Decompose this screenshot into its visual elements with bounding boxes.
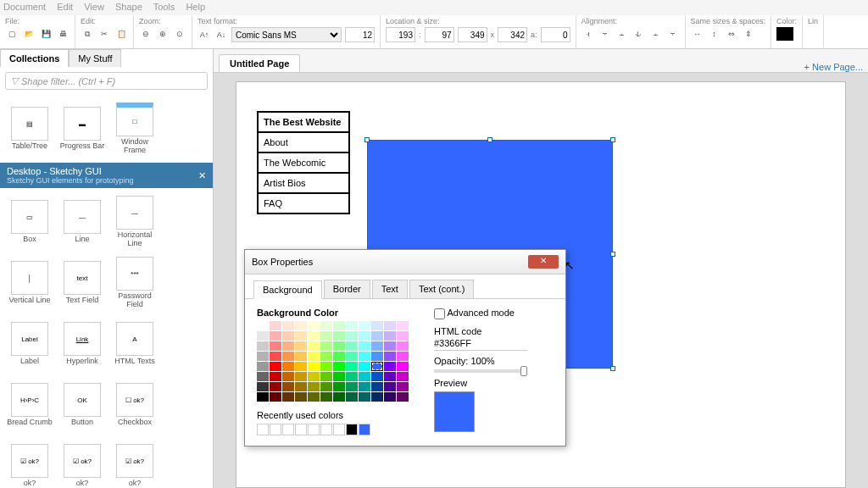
shape-button[interactable]: OKButton — [58, 376, 107, 434]
palette-color[interactable] — [270, 382, 281, 391]
shape-line[interactable]: —Line — [58, 193, 107, 251]
shape-ok?[interactable]: ☑ ok?ok? — [5, 437, 54, 488]
menu-shape[interactable]: Shape — [115, 2, 142, 12]
collection-header[interactable]: Desktop - Sketchy GUI Sketchy GUI elemen… — [0, 163, 213, 188]
palette-color[interactable] — [308, 352, 320, 361]
palette-color[interactable] — [295, 341, 307, 351]
font-size-input[interactable] — [345, 27, 375, 42]
dialog-titlebar[interactable]: Box Properties ✕ — [245, 250, 565, 274]
tab-text-cont[interactable]: Text (cont.) — [409, 280, 474, 298]
palette-color[interactable] — [308, 341, 320, 351]
palette-color[interactable] — [359, 362, 370, 371]
palette-color[interactable] — [333, 372, 345, 381]
palette-color[interactable] — [333, 382, 345, 391]
loc-y-input[interactable] — [425, 27, 454, 42]
palette-color[interactable] — [282, 352, 294, 361]
tab-my-stuff[interactable]: My Stuff — [69, 49, 121, 67]
shape-label[interactable]: LabelLabel — [5, 315, 54, 373]
print-icon[interactable]: 🖶 — [56, 27, 70, 41]
palette-color[interactable] — [295, 321, 307, 330]
palette-color[interactable] — [359, 331, 370, 341]
palette-color[interactable] — [257, 382, 269, 391]
color-swatch[interactable] — [776, 27, 793, 41]
shape-password-field[interactable]: ***Password Field — [110, 254, 159, 312]
menu-edit[interactable]: Edit — [57, 2, 73, 12]
angle-input[interactable] — [541, 27, 570, 42]
cut-icon[interactable]: ✂ — [97, 27, 111, 41]
palette-color[interactable] — [397, 331, 409, 341]
palette-color[interactable] — [308, 372, 320, 381]
palette-color[interactable] — [257, 341, 269, 351]
palette-color[interactable] — [333, 321, 345, 330]
shape-filter-input[interactable]: ▽ Shape filter... (Ctrl + F) — [5, 72, 208, 90]
recent-color[interactable] — [257, 424, 269, 435]
shape-window-frame[interactable]: □Window Frame — [110, 100, 159, 158]
opacity-slider[interactable] — [434, 369, 527, 373]
palette-color[interactable] — [359, 352, 370, 361]
palette-color[interactable] — [384, 382, 396, 391]
palette-color[interactable] — [295, 392, 307, 402]
palette-color[interactable] — [359, 321, 370, 330]
palette-color[interactable] — [308, 362, 320, 371]
font-plus-icon[interactable]: A↑ — [198, 28, 211, 42]
palette-color[interactable] — [320, 382, 332, 391]
palette-color[interactable] — [308, 382, 320, 391]
recent-color[interactable] — [333, 424, 345, 435]
palette-color[interactable] — [346, 321, 358, 330]
palette-color[interactable] — [320, 341, 332, 351]
palette-color[interactable] — [282, 331, 294, 341]
align-top-icon[interactable]: ⫝ — [632, 27, 646, 41]
palette-color[interactable] — [346, 352, 358, 361]
palette-color[interactable] — [397, 382, 409, 391]
shape-progress-bar[interactable]: ▬Progress Bar — [58, 100, 107, 158]
open-file-icon[interactable]: 📂 — [22, 27, 36, 41]
palette-color[interactable] — [346, 372, 358, 381]
palette-color[interactable] — [384, 362, 396, 371]
palette-color[interactable] — [282, 321, 294, 330]
menu-view[interactable]: View — [84, 2, 104, 12]
palette-color[interactable] — [320, 352, 332, 361]
palette-color[interactable] — [257, 362, 269, 371]
recent-color[interactable] — [346, 424, 358, 435]
palette-color[interactable] — [397, 341, 409, 351]
tab-background[interactable]: Background — [253, 280, 322, 299]
zoom-in-icon[interactable]: ⊕ — [156, 27, 170, 41]
palette-color[interactable] — [371, 362, 383, 371]
palette-color[interactable] — [295, 331, 307, 341]
copy-icon[interactable]: ⧉ — [81, 27, 94, 41]
palette-color[interactable] — [308, 392, 320, 402]
menu-document[interactable]: Document — [3, 2, 46, 12]
resize-handle[interactable] — [610, 137, 615, 142]
palette-color[interactable] — [371, 341, 383, 351]
advanced-mode-checkbox[interactable]: Advanced mode — [434, 308, 527, 319]
palette-color[interactable] — [384, 352, 396, 361]
palette-color[interactable] — [346, 362, 358, 371]
shape-box[interactable]: ▭Box — [5, 193, 54, 251]
palette-color[interactable] — [397, 372, 409, 381]
slider-handle[interactable] — [520, 366, 527, 376]
space-v-icon[interactable]: ⇕ — [742, 27, 755, 41]
align-bottom-icon[interactable]: ⫟ — [666, 27, 680, 41]
palette-color[interactable] — [320, 392, 332, 402]
new-page-button[interactable]: + New Page... — [804, 62, 863, 72]
palette-color[interactable] — [270, 352, 281, 361]
resize-handle[interactable] — [610, 366, 615, 371]
font-select[interactable]: Comic Sans MS — [231, 27, 342, 42]
menu-tools[interactable]: Tools — [153, 2, 175, 12]
palette-color[interactable] — [384, 321, 396, 330]
align-right-icon[interactable]: ⫠ — [615, 27, 629, 41]
palette-color[interactable] — [270, 321, 281, 330]
palette-color[interactable] — [397, 362, 409, 371]
palette-color[interactable] — [359, 341, 370, 351]
mockup-nav-widget[interactable]: The Best Website About The Webcomic Arti… — [257, 111, 350, 214]
palette-color[interactable] — [384, 341, 396, 351]
palette-color[interactable] — [320, 331, 332, 341]
recent-color[interactable] — [359, 424, 370, 435]
palette-color[interactable] — [295, 372, 307, 381]
collapse-icon[interactable]: ✕ — [198, 170, 206, 181]
menu-help[interactable]: Help — [186, 2, 205, 12]
palette-color[interactable] — [346, 382, 358, 391]
shape-checkbox[interactable]: ☐ ok?Checkbox — [110, 376, 159, 434]
shape-ok?[interactable]: ☑ ok?ok? — [110, 437, 159, 488]
recent-color[interactable] — [320, 424, 332, 435]
